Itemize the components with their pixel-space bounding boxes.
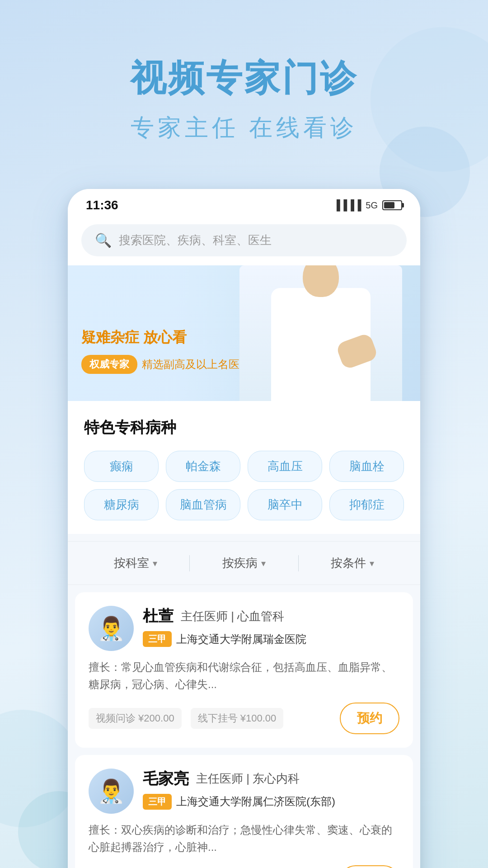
doctor-title-1: 主任医师 | 东心内科 [196,771,300,787]
doctor-head [303,265,339,297]
specialty-grid: 癫痫帕金森高血压脑血栓糖尿病脑血管病脑卒中抑郁症 [84,451,404,520]
hospital-name-0: 上海交通大学附属瑞金医院 [176,632,306,646]
banner-badge: 权威专家 [81,355,137,374]
search-bar[interactable]: 🔍 搜索医院、疾病、科室、医生 [81,224,407,256]
prices-0: 视频问诊 ¥200.00 线下挂号 ¥100.00 [89,708,283,729]
doctor-header-1: 👨‍⚕️ 毛家亮 主任医师 | 东心内科 三甲 上海交通大学附属仁济医院(东部) [89,769,399,814]
price-row-0: 视频问诊 ¥200.00 线下挂号 ¥100.00 预约 [89,703,399,734]
status-bar: 11:36 ▐▐▐▐ 5G [68,189,420,217]
specialty-tag-2[interactable]: 高血压 [248,451,322,482]
search-placeholder-text: 搜索医院、疾病、科室、医生 [119,232,272,248]
network-label: 5G [366,200,378,211]
specialty-tag-0[interactable]: 癫痫 [84,451,159,482]
doctor-silhouette [239,265,402,401]
phone-mockup: 11:36 ▐▐▐▐ 5G 🔍 搜索医院、疾病、科室、医生 疑难杂症 放心看 权… [68,189,420,868]
price-row-1: 视频问诊 ¥2000.00 线下挂号 ¥50.00 预约 [89,865,399,868]
doctor-name-row-1: 毛家亮 主任医师 | 东心内科 [143,769,399,789]
hospital-name-1: 上海交通大学附属仁济医院(东部) [176,794,335,809]
specialty-tag-1[interactable]: 帕金森 [166,451,240,482]
doctor-name-0: 杜萱 [143,606,174,627]
search-icon: 🔍 [95,232,112,248]
specialty-tag-6[interactable]: 脑卒中 [248,489,322,520]
doctor-desc-1: 擅长：双心疾病的诊断和治疗；急慢性心律失常、窦速、心衰的心脏起搏器治疗，心脏神.… [89,821,399,856]
doctor-title-0: 主任医师 | 心血管科 [181,609,284,624]
doctor-desc-0: 擅长：常见心血管疾病和代谢综合征，包括高血压、血脂异常、糖尿病，冠心病、心律失.… [89,659,399,693]
banner-main-text: 疑难杂症 放心看 [81,328,239,348]
banner-text: 疑难杂症 放心看 权威专家 精选副高及以上名医 [81,328,239,374]
price-offline-0: 线下挂号 ¥100.00 [191,708,284,729]
doctor-info-1: 毛家亮 主任医师 | 东心内科 三甲 上海交通大学附属仁济医院(东部) [143,769,399,814]
filter-chevron-2: ▾ [370,558,374,569]
filter-btn-1[interactable]: 按疾病▾ [190,551,298,576]
banner-area: 疑难杂症 放心看 权威专家 精选副高及以上名医 [68,265,420,401]
doctor-avatar-1: 👨‍⚕️ [89,769,134,814]
specialty-section: 特色专科病种 癫痫帕金森高血压脑血栓糖尿病脑血管病脑卒中抑郁症 [68,401,420,534]
status-icons: ▐▐▐▐ 5G [333,199,402,211]
doctor-name-row-0: 杜萱 主任医师 | 心血管科 [143,606,399,627]
filter-label-1: 按疾病 [222,555,258,571]
specialty-section-title: 特色专科病种 [84,417,404,438]
filter-label-2: 按条件 [331,555,366,571]
specialty-tag-7[interactable]: 抑郁症 [329,489,404,520]
appoint-btn-0[interactable]: 预约 [340,703,399,734]
status-time: 11:36 [86,198,118,212]
doctor-card-0: 👨‍⚕️ 杜萱 主任医师 | 心血管科 三甲 上海交通大学附属瑞金医院 擅长：常… [75,592,413,748]
banner-tag: 权威专家 精选副高及以上名医 [81,355,239,374]
hospital-row-0: 三甲 上海交通大学附属瑞金医院 [143,631,399,647]
appoint-btn-1[interactable]: 预约 [340,865,399,868]
hospital-badge-1: 三甲 [143,794,172,810]
filter-bar: 按科室▾按疾病▾按条件▾ [68,541,420,585]
filter-label-0: 按科室 [114,555,149,571]
doctor-list: 👨‍⚕️ 杜萱 主任医师 | 心血管科 三甲 上海交通大学附属瑞金医院 擅长：常… [68,585,420,868]
filter-chevron-0: ▾ [153,558,157,569]
doctor-avatar-0: 👨‍⚕️ [89,606,134,651]
doctor-info-0: 杜萱 主任医师 | 心血管科 三甲 上海交通大学附属瑞金医院 [143,606,399,651]
price-video-0: 视频问诊 ¥200.00 [89,708,182,729]
doctor-name-1: 毛家亮 [143,769,189,789]
filter-btn-2[interactable]: 按条件▾ [299,551,407,576]
signal-icon: ▐▐▐▐ [333,199,361,211]
filter-btn-0[interactable]: 按科室▾ [81,551,189,576]
specialty-tag-3[interactable]: 脑血栓 [329,451,404,482]
filter-chevron-1: ▾ [261,558,266,569]
hospital-badge-0: 三甲 [143,631,172,647]
banner-desc: 精选副高及以上名医 [142,357,239,372]
hospital-row-1: 三甲 上海交通大学附属仁济医院(东部) [143,794,399,810]
battery-icon [382,200,402,210]
doctor-header-0: 👨‍⚕️ 杜萱 主任医师 | 心血管科 三甲 上海交通大学附属瑞金医院 [89,606,399,651]
doctor-card-1: 👨‍⚕️ 毛家亮 主任医师 | 东心内科 三甲 上海交通大学附属仁济医院(东部)… [75,755,413,868]
specialty-tag-5[interactable]: 脑血管病 [166,489,240,520]
search-container: 🔍 搜索医院、疾病、科室、医生 [68,217,420,265]
specialty-tag-4[interactable]: 糖尿病 [84,489,159,520]
